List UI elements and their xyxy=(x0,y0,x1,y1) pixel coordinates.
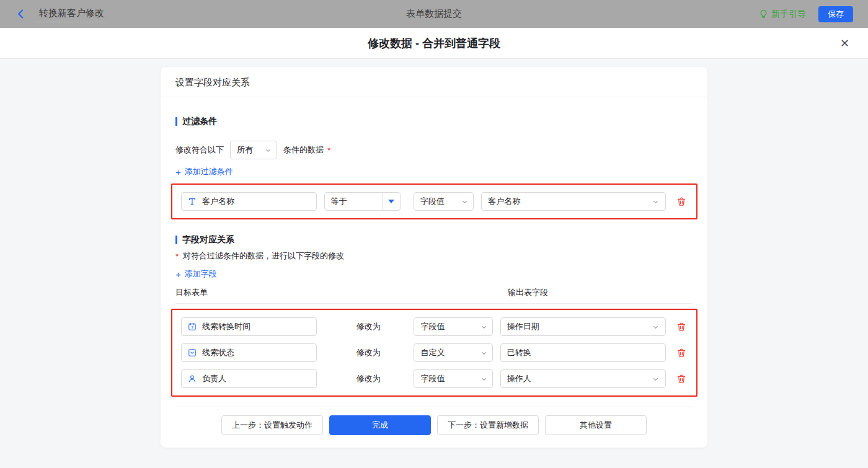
target-field-value: 线索转换时间 xyxy=(202,321,250,332)
value-type: 自定义 xyxy=(420,347,445,358)
calendar-icon: 7 xyxy=(188,322,197,331)
dialog-body: 设置字段对应关系 过滤条件 修改符合以下 所有 条件的数据 * xyxy=(0,59,868,468)
delete-mapping-button[interactable] xyxy=(675,320,688,333)
target-field-select[interactable]: 线索状态 xyxy=(181,343,317,362)
back-button[interactable] xyxy=(15,8,27,20)
filter-value: 客户名称 xyxy=(488,196,520,207)
delete-condition-button[interactable] xyxy=(675,195,688,208)
plus-icon: + xyxy=(175,270,181,279)
beginner-guide-label: 新手引导 xyxy=(771,9,806,20)
value-type-select[interactable]: 字段值 xyxy=(414,369,492,388)
settings-card: 设置字段对应关系 过滤条件 修改符合以下 所有 条件的数据 * xyxy=(161,67,707,448)
plus-icon: + xyxy=(175,167,181,177)
mapping-row: 负责人 修改为 字段值 操作人 xyxy=(181,369,688,388)
filter-section-label: 过滤条件 xyxy=(182,116,217,127)
value-type: 字段值 xyxy=(420,321,445,332)
match-suffix-label: 条件的数据 xyxy=(283,144,324,156)
dialog-header: 修改数据 - 合并到普通字段 ✕ xyxy=(0,28,868,59)
operator-select[interactable]: 等于 xyxy=(324,192,401,211)
required-asterisk: * xyxy=(175,252,179,261)
modify-to-label: 修改为 xyxy=(356,373,383,384)
card-title: 设置字段对应关系 xyxy=(161,67,707,97)
chevron-down-icon xyxy=(265,147,272,154)
target-field-select[interactable]: 7 线索转换时间 xyxy=(181,317,317,336)
operator-dropdown-toggle[interactable] xyxy=(383,193,400,210)
mapping-row: 7 线索转换时间 修改为 字段值 操作日期 xyxy=(181,317,688,336)
finish-button[interactable]: 完成 xyxy=(329,415,431,435)
value-type-select[interactable]: 字段值 xyxy=(414,317,492,336)
chevron-down-icon xyxy=(461,198,468,205)
mapping-section-label: 字段对应关系 xyxy=(182,234,234,245)
close-icon[interactable]: ✕ xyxy=(840,38,849,49)
top-bar: 转换新客户修改 表单数据提交 新手引导 保存 xyxy=(0,0,868,28)
add-field-link[interactable]: + 添加字段 xyxy=(175,268,217,280)
mapping-columns-header: 目标表单 输出表字段 xyxy=(175,287,693,304)
target-field-select[interactable]: 负责人 xyxy=(181,369,317,388)
chevron-down-icon xyxy=(480,376,487,382)
value-type: 字段值 xyxy=(420,373,445,384)
mapping-row: 线索状态 修改为 自定义 已转换 xyxy=(181,343,688,362)
custom-value-input[interactable]: 已转换 xyxy=(500,343,666,362)
match-mode-select[interactable]: 所有 xyxy=(230,141,277,159)
chevron-left-icon xyxy=(15,8,27,20)
mapping-description: 对符合过滤条件的数据，进行以下字段的修改 xyxy=(183,250,344,262)
delete-mapping-button[interactable] xyxy=(675,347,688,359)
mapping-section-title: 字段对应关系 xyxy=(175,234,693,245)
filter-field-value: 客户名称 xyxy=(202,196,234,207)
lightbulb-icon xyxy=(759,9,768,19)
match-mode-value: 所有 xyxy=(237,144,253,156)
dialog-footer: 上一步：设置触发动作 完成 下一步：设置新增数据 其他设置 xyxy=(175,407,693,441)
modify-to-label: 修改为 xyxy=(356,321,383,332)
workflow-title[interactable]: 转换新客户修改 xyxy=(37,6,107,22)
output-field-select[interactable]: 操作人 xyxy=(500,369,666,388)
custom-value: 已转换 xyxy=(507,347,531,358)
target-form-column-label: 目标表单 xyxy=(175,287,208,298)
filter-value-type: 字段值 xyxy=(420,196,445,207)
other-settings-button[interactable]: 其他设置 xyxy=(545,415,647,435)
output-field-value: 操作人 xyxy=(507,373,531,384)
section-accent-bar xyxy=(175,236,177,244)
filter-section-title: 过滤条件 xyxy=(175,116,693,127)
filter-value-type-select[interactable]: 字段值 xyxy=(414,192,474,211)
mapping-description-row: * 对符合过滤条件的数据，进行以下字段的修改 xyxy=(175,250,693,262)
output-field-select[interactable]: 操作日期 xyxy=(500,317,666,336)
chevron-down-icon xyxy=(652,324,659,330)
target-field-value: 线索状态 xyxy=(202,347,234,358)
section-accent-bar xyxy=(175,117,177,126)
next-step-button[interactable]: 下一步：设置新增数据 xyxy=(437,415,539,435)
operator-value: 等于 xyxy=(325,196,383,207)
mapping-highlight-box: 7 线索转换时间 修改为 字段值 操作日期 xyxy=(171,309,698,397)
target-field-value: 负责人 xyxy=(202,373,226,384)
trigger-type-label: 表单数据提交 xyxy=(406,8,462,20)
delete-mapping-button[interactable] xyxy=(675,373,688,385)
filter-field-select[interactable]: 客户名称 xyxy=(181,192,317,211)
filter-condition-row: 客户名称 等于 字段值 客户名称 xyxy=(181,192,688,211)
chevron-down-icon xyxy=(480,324,487,330)
svg-text:7: 7 xyxy=(191,325,193,330)
output-field-column-label: 输出表字段 xyxy=(508,287,548,298)
chevron-down-icon xyxy=(480,350,487,356)
chevron-down-icon xyxy=(652,376,659,382)
dialog-title: 修改数据 - 合并到普通字段 xyxy=(368,36,500,51)
filter-highlight-box: 客户名称 等于 字段值 客户名称 xyxy=(171,183,698,219)
beginner-guide-link[interactable]: 新手引导 xyxy=(759,9,806,20)
caret-down-icon xyxy=(388,200,394,203)
add-filter-condition-label: 添加过滤条件 xyxy=(185,166,233,177)
filter-value-select[interactable]: 客户名称 xyxy=(481,192,666,211)
save-button[interactable]: 保存 xyxy=(818,6,853,22)
filter-match-row: 修改符合以下 所有 条件的数据 * xyxy=(175,141,693,159)
modify-to-label: 修改为 xyxy=(356,347,383,358)
text-field-icon xyxy=(188,197,197,206)
user-icon xyxy=(188,374,197,383)
prev-step-button[interactable]: 上一步：设置触发动作 xyxy=(221,415,323,435)
add-filter-condition-link[interactable]: + 添加过滤条件 xyxy=(175,166,233,177)
match-prefix-label: 修改符合以下 xyxy=(175,144,224,156)
dropdown-field-icon xyxy=(188,348,197,357)
add-field-label: 添加字段 xyxy=(185,268,217,280)
required-asterisk: * xyxy=(327,146,330,155)
value-type-select[interactable]: 自定义 xyxy=(414,343,492,362)
chevron-down-icon xyxy=(652,198,659,205)
output-field-value: 操作日期 xyxy=(507,321,539,332)
